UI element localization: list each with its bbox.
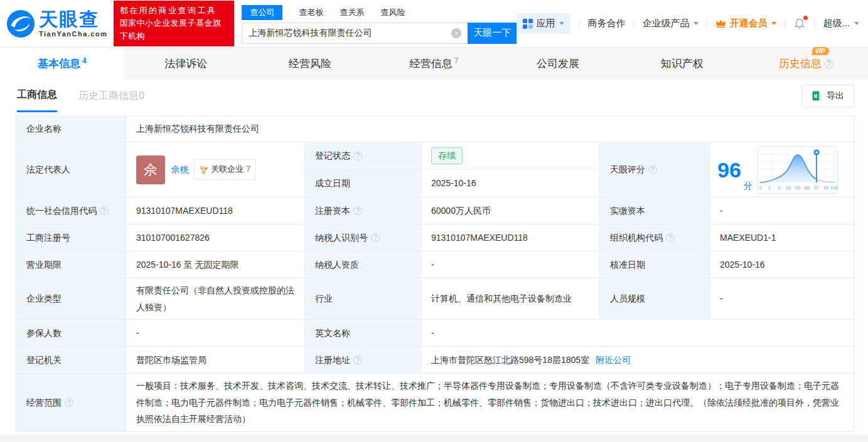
biz-term-value: 2025-10-16 至 无固定期限	[126, 251, 305, 278]
search-tab-boss[interactable]: 查老板	[299, 5, 323, 20]
svg-text:100: 100	[830, 186, 838, 190]
help-icon[interactable]	[825, 60, 833, 68]
search-tab-company[interactable]: 查公司	[242, 5, 282, 20]
company-type-label: 企业类型	[16, 278, 126, 319]
svg-text:15: 15	[786, 186, 791, 190]
chevron-down-icon	[559, 22, 564, 25]
legal-rep-label: 法定代表人	[16, 142, 126, 197]
nav-open-vip[interactable]: 开通会员	[715, 18, 776, 29]
notifications-bell[interactable]	[793, 18, 806, 30]
tab-basic-info-label: 基本信息	[38, 56, 80, 71]
promo-banner: 都在用的商业查询工具 国家中小企业发展子基金旗下机构	[114, 1, 234, 46]
export-button-label: 导出	[827, 90, 844, 102]
tab-legal[interactable]: 法律诉讼	[124, 48, 249, 80]
org-code-label-cell: 组织机构代码	[600, 224, 710, 251]
nav-user-label: 超级...	[823, 18, 850, 29]
help-icon[interactable]	[353, 152, 362, 160]
legal-rep-avatar[interactable]: 佘	[136, 155, 165, 184]
taxpayer-qual-value: -	[421, 251, 600, 278]
biz-term-label: 营业期限	[16, 251, 126, 278]
paid-capital-value: -	[710, 197, 854, 224]
chevron-down-icon	[694, 22, 699, 25]
top-nav: 应用 商务合作 企业级产品 开通会员	[517, 13, 859, 34]
network-icon	[200, 166, 208, 174]
reg-capital-label: 注册资本	[315, 203, 350, 219]
help-icon[interactable]	[648, 166, 657, 174]
company-name-label: 企业名称	[16, 116, 126, 142]
company-tabs: 基本信息 4 法律诉讼 经营风险 经营信息 7 公司发展 知识产权 历史信息 V…	[0, 47, 868, 80]
taxpayer-qual-label: 纳税人资质	[305, 251, 421, 278]
english-name-value: -	[421, 320, 854, 346]
insured-value: -	[126, 320, 305, 346]
score-label-cell: 天眼评分	[600, 142, 710, 197]
footer-strip	[0, 434, 868, 442]
nearby-companies-link[interactable]: 附近公司	[596, 352, 631, 369]
brand-name: 天眼查	[39, 10, 107, 29]
paid-capital-label: 实缴资本	[600, 197, 710, 224]
help-icon[interactable]	[100, 206, 109, 215]
address-label-cell: 注册地址	[305, 347, 421, 373]
nav-cooperation[interactable]: 商务合作	[587, 18, 625, 29]
table-row: 企业名称 上海新恒芯锐科技有限责任公司	[16, 116, 854, 142]
tab-company-development[interactable]: 公司发展	[496, 48, 620, 80]
taxpayer-id-label: 纳税人识别号	[315, 229, 368, 246]
chevron-down-icon	[771, 22, 776, 25]
address-cell: 上海市普陀区怒江北路598号18层1805室 附近公司	[421, 347, 854, 373]
status-badge: 存续	[431, 147, 463, 164]
score-cell: 96 分	[710, 142, 854, 197]
tab-basic-info[interactable]: 基本信息 4	[0, 48, 124, 80]
svg-text:0: 0	[759, 186, 762, 190]
vip-badge: VIP	[812, 47, 829, 55]
reg-authority-value: 普陀区市场监管局	[126, 347, 305, 373]
industry-value: 计算机、通信和其他电子设备制造业	[421, 278, 600, 319]
related-companies-count: 7	[246, 162, 250, 177]
company-type-value: 有限责任公司（非自然人投资或控股的法人独资）	[126, 278, 305, 319]
help-icon[interactable]	[353, 206, 362, 215]
svg-text:99: 99	[823, 186, 828, 190]
nav-apps[interactable]: 应用	[517, 13, 571, 34]
search-tab-risk[interactable]: 查风险	[380, 5, 405, 20]
help-icon[interactable]	[353, 355, 362, 364]
site-header: 天眼查 TianYanCha.com 都在用的商业查询工具 国家中小企业发展子基…	[0, 0, 868, 47]
business-info-table: 企业名称 上海新恒芯锐科技有限责任公司 法定代表人 佘 佘桃	[16, 115, 854, 432]
help-icon[interactable]	[65, 398, 73, 407]
subtab-history-registration[interactable]: 历史工商信息0	[78, 80, 144, 112]
tab-history-info[interactable]: 历史信息 VIP	[744, 48, 868, 80]
tianyancha-logo[interactable]: 天眼查 TianYanCha.com	[6, 9, 107, 38]
tab-operation-risk-label: 经营风险	[289, 56, 331, 71]
est-date-value: 2025-10-16	[421, 170, 599, 197]
page: 天眼查 TianYanCha.com 都在用的商业查询工具 国家中小企业发展子基…	[0, 0, 868, 442]
search-block: 查公司 查老板 查关系 查风险 天眼一下	[242, 5, 517, 44]
search-input[interactable]	[242, 23, 468, 44]
divider	[707, 19, 707, 28]
status-date-stack: 登记状态 存续 成立日期 2025-10-16	[305, 142, 600, 197]
svg-text:1: 1	[768, 186, 771, 190]
search-tab-relation[interactable]: 查关系	[340, 5, 364, 20]
company-name-value: 上海新恒芯锐科技有限责任公司	[126, 116, 854, 142]
insured-label: 参保人数	[16, 320, 126, 346]
nav-user[interactable]: 超级...	[823, 18, 859, 29]
taxpayer-id-label-cell: 纳税人识别号	[305, 224, 421, 251]
help-icon[interactable]	[371, 233, 380, 242]
tab-history-info-label: 历史信息	[779, 56, 822, 71]
uscc-label-cell: 统一社会信用代码	[16, 197, 126, 224]
tab-intellectual-property[interactable]: 知识产权	[620, 48, 744, 80]
tab-business-info-count: 7	[454, 56, 459, 65]
tab-operation-risk[interactable]: 经营风险	[248, 48, 372, 80]
search-button[interactable]: 天眼一下	[468, 23, 517, 44]
reg-capital-value: 60000万人民币	[421, 197, 600, 224]
export-button[interactable]: 导出	[802, 85, 854, 107]
related-companies-badge[interactable]: 关联企业 7	[194, 159, 256, 180]
help-icon[interactable]	[666, 233, 675, 242]
divider	[633, 19, 634, 28]
brand-domain: TianYanCha.com	[39, 30, 107, 38]
nav-enterprise[interactable]: 企业级产品	[642, 18, 699, 29]
excel-icon	[812, 91, 822, 101]
clear-search-icon[interactable]	[451, 28, 461, 38]
search-tabs: 查公司 查老板 查关系 查风险	[242, 5, 517, 20]
subtab-business-registration[interactable]: 工商信息	[17, 80, 57, 112]
table-row: 工商注册号 310107001627826 纳税人识别号 91310107MAE…	[16, 224, 854, 251]
tab-business-info[interactable]: 经营信息 7	[372, 48, 496, 80]
legal-rep-link[interactable]: 佘桃	[171, 161, 189, 178]
table-row: 登记机关 普陀区市场监管局 注册地址 上海市普陀区怒江北路598号18层1805…	[16, 347, 854, 374]
